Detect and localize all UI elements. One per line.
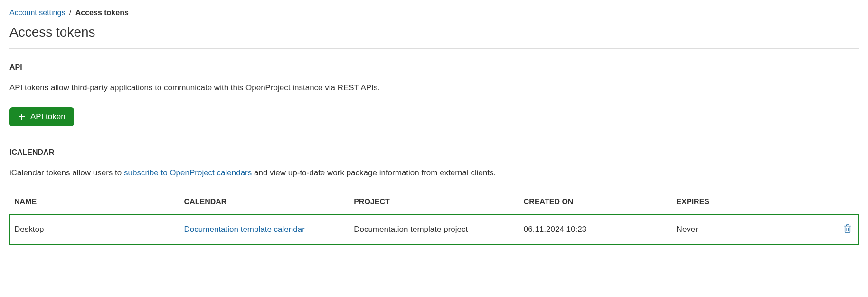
- plus-icon: [18, 113, 26, 121]
- cell-name: Desktop: [9, 214, 179, 245]
- header-expires: EXPIRES: [672, 192, 825, 214]
- header-calendar: CALENDAR: [179, 192, 349, 214]
- add-api-token-button[interactable]: API token: [9, 107, 74, 126]
- header-created-on: CREATED ON: [519, 192, 672, 214]
- header-name: NAME: [9, 192, 179, 214]
- api-heading: API: [9, 63, 859, 77]
- ical-desc-pre: iCalendar tokens allow users to: [9, 168, 124, 177]
- title-divider: [9, 48, 859, 49]
- icalendar-description: iCalendar tokens allow users to subscrib…: [9, 167, 859, 179]
- cell-project: Documentation template project: [349, 214, 519, 245]
- icalendar-token-table: NAME CALENDAR PROJECT CREATED ON EXPIRES…: [9, 192, 859, 244]
- breadcrumb-parent-link[interactable]: Account settings: [9, 9, 65, 17]
- icalendar-heading: ICALENDAR: [9, 148, 859, 162]
- icalendar-section: ICALENDAR iCalendar tokens allow users t…: [9, 148, 859, 245]
- api-section: API API tokens allow third-party applica…: [9, 63, 859, 144]
- header-project: PROJECT: [349, 192, 519, 214]
- delete-token-button[interactable]: [841, 222, 854, 237]
- table-header-row: NAME CALENDAR PROJECT CREATED ON EXPIRES: [9, 192, 859, 214]
- table-row: Desktop Documentation template calendar …: [9, 214, 859, 245]
- cell-expires: Never: [672, 214, 825, 245]
- breadcrumb-separator: /: [69, 9, 71, 17]
- cell-created-on: 06.11.2024 10:23: [519, 214, 672, 245]
- breadcrumb: Account settings / Access tokens: [9, 9, 859, 17]
- subscribe-calendars-link[interactable]: subscribe to OpenProject calendars: [124, 168, 252, 177]
- page-title: Access tokens: [9, 25, 859, 40]
- calendar-link[interactable]: Documentation template calendar: [184, 225, 305, 234]
- breadcrumb-current: Access tokens: [75, 9, 129, 17]
- trash-icon: [843, 224, 852, 235]
- header-actions: [824, 192, 859, 214]
- ical-desc-post: and view up-to-date work package informa…: [252, 168, 496, 177]
- api-description: API tokens allow third-party application…: [9, 82, 859, 94]
- add-api-token-label: API token: [30, 112, 66, 122]
